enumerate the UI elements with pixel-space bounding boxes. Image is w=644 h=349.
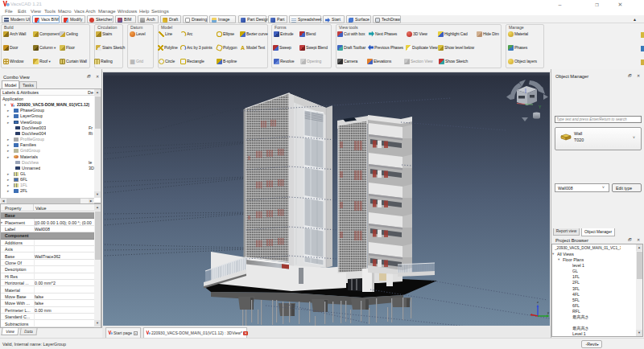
svg-text:z: z <box>537 300 539 304</box>
svg-text:y: y <box>547 310 549 314</box>
